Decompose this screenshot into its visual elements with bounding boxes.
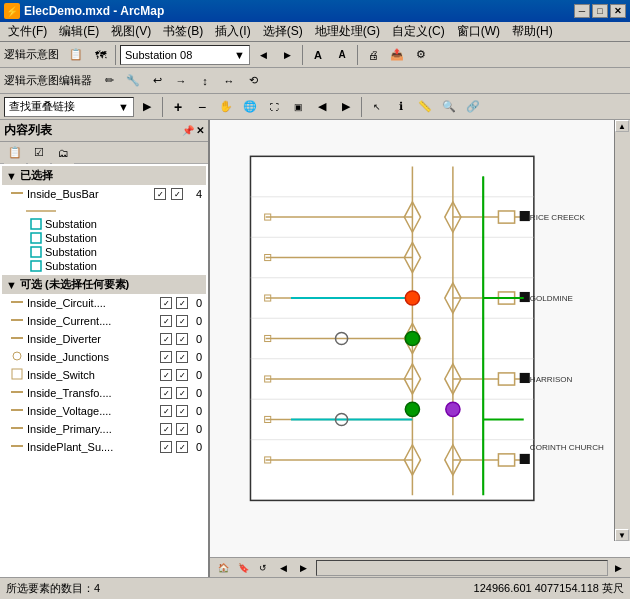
sep-search-1: [162, 97, 163, 117]
tb-print-btn[interactable]: 🖨: [362, 44, 384, 66]
layer-current[interactable]: Inside_Current.... ✓ ✓ 0: [2, 312, 206, 330]
insideplant-chk2[interactable]: ✓: [176, 441, 188, 453]
back-btn[interactable]: ◀: [311, 96, 333, 118]
layer-circuit[interactable]: Inside_Circuit.... ✓ ✓ 0: [2, 294, 206, 312]
primary-chk1[interactable]: ✓: [160, 423, 172, 435]
identify-btn[interactable]: ℹ: [390, 96, 412, 118]
tb-text2-btn[interactable]: A: [331, 44, 353, 66]
legend-btn-2[interactable]: ☑: [28, 142, 50, 164]
map-prev-btn[interactable]: ◀: [274, 559, 292, 577]
tb-edit-btn-3[interactable]: ↩: [146, 70, 168, 92]
vertical-scrollbar[interactable]: ▲ ▼: [614, 120, 630, 541]
diverter-chk2[interactable]: ✓: [176, 333, 188, 345]
menu-bookmarks[interactable]: 书签(B): [157, 22, 209, 41]
menu-edit[interactable]: 编辑(E): [53, 22, 105, 41]
map-home-btn[interactable]: 🏠: [214, 559, 232, 577]
menu-view[interactable]: 视图(V): [105, 22, 157, 41]
voltage-chk2[interactable]: ✓: [176, 405, 188, 417]
current-chk2[interactable]: ✓: [176, 315, 188, 327]
close-button[interactable]: ✕: [610, 4, 626, 18]
map-refresh-btn[interactable]: ↺: [254, 559, 272, 577]
layer-voltage[interactable]: Inside_Voltage.... ✓ ✓ 0: [2, 402, 206, 420]
layer-busbar[interactable]: Inside_BusBar ✓ ✓ 4: [2, 185, 206, 203]
layer-diverter[interactable]: Inside_Diverter ✓ ✓ 0: [2, 330, 206, 348]
menu-geoprocessing[interactable]: 地理处理(G): [309, 22, 386, 41]
main-area: 内容列表 📌 ✕ 📋 ☑ 🗂 ▼ 已选择: [0, 120, 630, 577]
tb-edit-btn-6[interactable]: ↔: [218, 70, 240, 92]
select-btn[interactable]: ↖: [366, 96, 388, 118]
scroll-up-btn[interactable]: ▲: [615, 120, 629, 132]
maximize-button[interactable]: □: [592, 4, 608, 18]
tb-next-btn[interactable]: ▶: [276, 44, 298, 66]
substation-dropdown[interactable]: Substation 08 ▼: [120, 45, 250, 65]
layer-check-1[interactable]: ✓: [154, 188, 166, 200]
layer-transfo[interactable]: Inside_Transfo.... ✓ ✓ 0: [2, 384, 206, 402]
primary-chk2[interactable]: ✓: [176, 423, 188, 435]
tb-export-btn[interactable]: 📤: [386, 44, 408, 66]
measure-btn[interactable]: 📏: [414, 96, 436, 118]
tb-edit-btn-5[interactable]: ↕: [194, 70, 216, 92]
scroll-right-btn[interactable]: ▶: [610, 560, 626, 576]
minimize-button[interactable]: ─: [574, 4, 590, 18]
tb-settings-btn[interactable]: ⚙: [410, 44, 432, 66]
menu-help[interactable]: 帮助(H): [506, 22, 559, 41]
tb-btn-2[interactable]: 🗺: [89, 44, 111, 66]
panel-close-btn[interactable]: ✕: [196, 125, 204, 136]
globe-btn[interactable]: 🌐: [239, 96, 261, 118]
junctions-chk2[interactable]: ✓: [176, 351, 188, 363]
diverter-chk1[interactable]: ✓: [160, 333, 172, 345]
scroll-down-btn[interactable]: ▼: [615, 529, 629, 541]
tb-edit-btn-2[interactable]: 🔧: [122, 70, 144, 92]
zoom-in-btn[interactable]: +: [167, 96, 189, 118]
circuit-chk2[interactable]: ✓: [176, 297, 188, 309]
forward-btn[interactable]: ▶: [335, 96, 357, 118]
panel-dock-btn[interactable]: 📌: [182, 125, 194, 136]
substation-label-4: Substation: [45, 260, 97, 272]
map-canvas-area[interactable]: RICE CREECK GOLDMINE HARRISON CORINTH CH…: [210, 120, 630, 557]
current-chk1[interactable]: ✓: [160, 315, 172, 327]
svg-rect-2: [31, 219, 41, 229]
tb-text-btn[interactable]: A: [307, 44, 329, 66]
find-btn[interactable]: 🔍: [438, 96, 460, 118]
menu-insert[interactable]: 插入(I): [209, 22, 256, 41]
extent-btn[interactable]: ▣: [287, 96, 309, 118]
transfo-chk2[interactable]: ✓: [176, 387, 188, 399]
menu-customize[interactable]: 自定义(C): [386, 22, 451, 41]
legend-btn-3[interactable]: 🗂: [52, 142, 74, 164]
tb-edit-btn-4[interactable]: →: [170, 70, 192, 92]
circuit-chk1[interactable]: ✓: [160, 297, 172, 309]
fit-btn[interactable]: ⛶: [263, 96, 285, 118]
insideplant-chk1[interactable]: ✓: [160, 441, 172, 453]
voltage-chk1[interactable]: ✓: [160, 405, 172, 417]
horizontal-scrollbar[interactable]: [316, 560, 608, 576]
app-title: ElecDemo.mxd - ArcMap: [24, 4, 164, 18]
search-dropdown[interactable]: 查找重叠链接 ▼: [4, 97, 134, 117]
hyperlink-btn[interactable]: 🔗: [462, 96, 484, 118]
legend-btn-1[interactable]: 📋: [4, 142, 26, 164]
layer-primary[interactable]: Inside_Primary.... ✓ ✓ 0: [2, 420, 206, 438]
menu-file[interactable]: 文件(F): [2, 22, 53, 41]
circuit-count: 0: [192, 297, 202, 309]
tb-edit-btn-7[interactable]: ⟲: [242, 70, 264, 92]
switch-chk2[interactable]: ✓: [176, 369, 188, 381]
map-next-btn2[interactable]: ▶: [294, 559, 312, 577]
layer-name-transfo: Inside_Transfo....: [27, 387, 112, 399]
layer-insideplant[interactable]: InsidePlant_Su.... ✓ ✓ 0: [2, 438, 206, 456]
map-bookmark-btn[interactable]: 🔖: [234, 559, 252, 577]
switch-chk1[interactable]: ✓: [160, 369, 172, 381]
selected-group-header[interactable]: ▼ 已选择: [2, 166, 206, 185]
layer-check-2[interactable]: ✓: [171, 188, 183, 200]
selectable-group-header[interactable]: ▼ 可选 (未选择任何要素): [2, 275, 206, 294]
menu-window[interactable]: 窗口(W): [451, 22, 506, 41]
pan-btn[interactable]: ✋: [215, 96, 237, 118]
zoom-out-btn[interactable]: −: [191, 96, 213, 118]
menu-select[interactable]: 选择(S): [257, 22, 309, 41]
tb-prev-btn[interactable]: ◀: [252, 44, 274, 66]
tb-btn-1[interactable]: 📋: [65, 44, 87, 66]
tb-edit-btn-1[interactable]: ✏: [98, 70, 120, 92]
junctions-chk1[interactable]: ✓: [160, 351, 172, 363]
search-go-btn[interactable]: ▶: [136, 96, 158, 118]
layer-switch[interactable]: Inside_Switch ✓ ✓ 0: [2, 366, 206, 384]
layer-junctions[interactable]: Inside_Junctions ✓ ✓ 0: [2, 348, 206, 366]
transfo-chk1[interactable]: ✓: [160, 387, 172, 399]
